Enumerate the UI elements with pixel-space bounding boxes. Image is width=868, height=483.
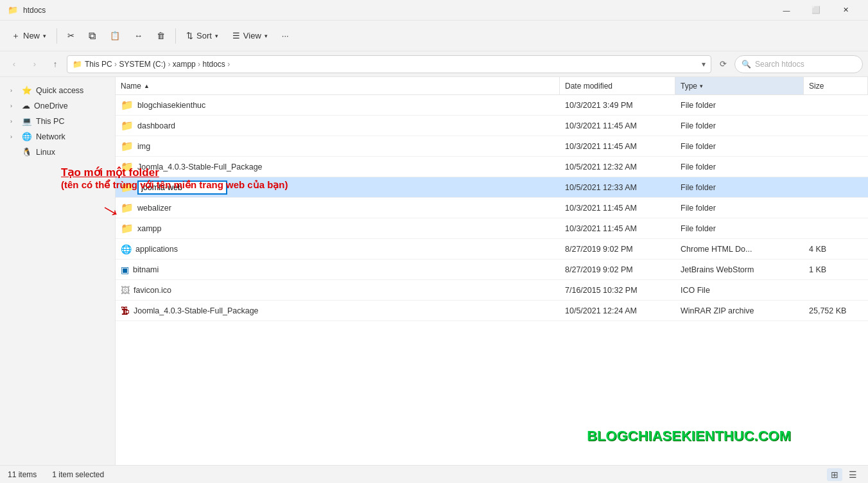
file-row[interactable]: 📁 xampp 10/3/2021 11:45 AM File folder (116, 218, 868, 239)
file-type-cell: File folder (675, 224, 804, 233)
sort-icon: ⇅ (186, 31, 193, 40)
expand-icon (10, 149, 18, 155)
toolbar-divider-2 (175, 28, 176, 44)
sidebar-item-onedrive[interactable]: › ☁ OneDrive (3, 98, 112, 113)
file-row[interactable]: 📁 img 10/3/2021 11:45 AM File folder (116, 136, 868, 157)
sidebar: › ⭐ Quick access › ☁ OneDrive › 💻 This P… (0, 77, 116, 465)
forward-button[interactable]: › (26, 55, 44, 73)
folder-icon: 📁 (121, 202, 134, 214)
chrome-icon: 🌐 (121, 244, 132, 254)
file-row[interactable]: 🖼 favicon.ico 7/16/2015 10:32 PM ICO Fil… (116, 280, 868, 301)
this-pc-icon: 💻 (22, 116, 32, 126)
file-date-cell: 10/3/2021 11:45 AM (560, 121, 675, 130)
webstorm-icon: ▣ (121, 265, 129, 275)
file-row[interactable]: ▣ bitnami 8/27/2019 9:02 PM JetBrains We… (116, 259, 868, 280)
rename-input[interactable] (137, 180, 227, 195)
delete-button[interactable]: 🗑 (150, 24, 171, 48)
expand-icon: › (10, 103, 18, 109)
expand-icon: › (10, 87, 18, 94)
back-button[interactable]: ‹ (5, 55, 23, 73)
col-header-size[interactable]: Size (804, 77, 868, 94)
file-row[interactable]: 📁 dashboard 10/3/2021 11:45 AM File fold… (116, 116, 868, 136)
file-row[interactable]: 📁 Joomla_4.0.3-Stable-Full_Package 10/5/… (116, 157, 868, 177)
new-icon: ＋ (12, 30, 20, 42)
rename-icon: ↔ (134, 31, 143, 40)
close-button[interactable]: ✕ (831, 0, 860, 21)
file-name-cell: 📁 blogchiasekienthuc (116, 99, 560, 111)
file-name: blogchiasekienthuc (137, 101, 205, 110)
file-type-cell: File folder (675, 162, 804, 171)
file-name: bitnami (133, 265, 159, 274)
minimize-button[interactable]: — (772, 0, 801, 21)
file-date-cell: 10/5/2021 12:32 AM (560, 162, 675, 171)
col-header-date[interactable]: Date modified (560, 77, 675, 94)
selected-count: 1 item selected (52, 470, 104, 479)
file-name: applications (135, 245, 178, 254)
copy-icon: ⧉ (89, 30, 96, 42)
expand-icon: › (10, 134, 18, 140)
paste-button[interactable]: 📋 (103, 24, 126, 48)
sidebar-item-network[interactable]: › 🌐 Network (3, 129, 112, 144)
file-name-cell: 📁 img (116, 140, 560, 152)
paste-icon: 📋 (110, 31, 120, 40)
col-header-name[interactable]: Name ▲ (116, 77, 560, 94)
file-row-selected[interactable]: 📁 10/5/2021 12:33 AM File folder (116, 177, 868, 198)
content-area: Name ▲ Date modified Type ▾ Size 📁 (116, 77, 868, 465)
folder-icon: 📁 (121, 222, 134, 234)
address-bar[interactable]: 📁 This PC › SYSTEM (C:) › xampp › htdocs… (67, 55, 711, 73)
view-icon: ☰ (232, 31, 240, 40)
file-name-cell: 📁 Joomla_4.0.3-Stable-Full_Package (116, 161, 560, 173)
more-button[interactable]: ··· (275, 24, 295, 48)
file-size-cell: 1 KB (804, 265, 868, 274)
rename-button[interactable]: ↔ (128, 24, 149, 48)
title-bar-title: htdocs (23, 6, 772, 15)
file-type-cell: ICO File (675, 286, 804, 295)
file-date-cell: 10/3/2021 3:49 PM (560, 101, 675, 110)
file-size-cell: 4 KB (804, 245, 868, 254)
new-button[interactable]: ＋ New ▾ (5, 24, 53, 48)
maximize-button[interactable]: ⬜ (801, 0, 831, 21)
toolbar: ＋ New ▾ ✂ ⧉ 📋 ↔ 🗑 ⇅ Sort ▾ ☰ View ▾ (0, 21, 868, 51)
col-name-label: Name (121, 82, 141, 91)
status-bar: 11 items 1 item selected ⊞ ☰ (0, 465, 868, 483)
item-count: 11 items (8, 470, 37, 479)
sidebar-item-this-pc[interactable]: › 💻 This PC (3, 114, 112, 128)
file-row[interactable]: 📁 blogchiasekienthuc 10/3/2021 3:49 PM F… (116, 95, 868, 116)
cut-button[interactable]: ✂ (61, 24, 81, 48)
file-row[interactable]: 🌐 applications 8/27/2019 9:02 PM Chrome … (116, 239, 868, 259)
file-name-cell: 🗜 Joomla_4.0.3-Stable-Full_Package (116, 306, 560, 316)
file-row[interactable]: 📁 webalizer 10/3/2021 11:45 AM File fold… (116, 198, 868, 218)
sidebar-label-quick-access: Quick access (36, 86, 83, 95)
file-type-cell: File folder (675, 142, 804, 151)
file-name-cell-rename: 📁 (116, 180, 560, 195)
file-date-cell: 10/3/2021 11:45 AM (560, 142, 675, 151)
sort-button[interactable]: ⇅ Sort ▾ (180, 24, 225, 48)
file-name: img (137, 142, 150, 151)
col-header-type[interactable]: Type ▾ (675, 77, 804, 94)
sidebar-item-linux[interactable]: 🐧 Linux (3, 145, 112, 159)
file-name: favicon.ico (134, 286, 171, 295)
up-button[interactable]: ↑ (46, 55, 64, 73)
refresh-button[interactable]: ⟳ (714, 55, 732, 73)
file-name-cell: 📁 webalizer (116, 202, 560, 214)
address-path: This PC › SYSTEM (C:) › xampp › htdocs › (85, 60, 230, 69)
file-name-cell: 🖼 favicon.ico (116, 285, 560, 295)
address-dropdown-button[interactable]: ▾ (702, 60, 706, 69)
view-chevron: ▾ (265, 33, 268, 39)
title-bar: 📁 htdocs — ⬜ ✕ (0, 0, 868, 21)
sidebar-item-quick-access[interactable]: › ⭐ Quick access (3, 83, 112, 98)
view-controls: ⊞ ☰ (827, 468, 860, 481)
file-date-cell: 8/27/2019 9:02 PM (560, 265, 675, 274)
search-box[interactable]: 🔍 Search htdocs (734, 55, 863, 73)
file-size-cell: 25,752 KB (804, 306, 868, 315)
cut-icon: ✂ (67, 31, 74, 40)
grid-view-button[interactable]: ⊞ (827, 468, 842, 481)
file-date-cell: 10/5/2021 12:24 AM (560, 306, 675, 315)
copy-button[interactable]: ⧉ (82, 24, 102, 48)
list-view-button[interactable]: ☰ (845, 468, 860, 481)
view-button[interactable]: ☰ View ▾ (226, 24, 274, 48)
file-name: Joomla_4.0.3-Stable-Full_Package (134, 306, 259, 315)
ico-icon: 🖼 (121, 285, 130, 295)
file-row[interactable]: 🗜 Joomla_4.0.3-Stable-Full_Package 10/5/… (116, 301, 868, 321)
folder-icon: 📁 (121, 99, 134, 111)
